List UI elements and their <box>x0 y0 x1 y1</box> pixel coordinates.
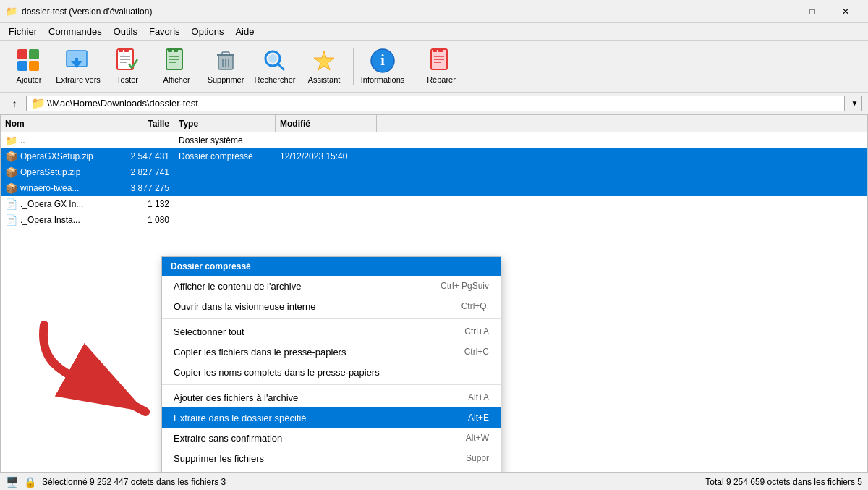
rechercher-label: Rechercher <box>255 75 296 85</box>
toolbar-rechercher[interactable]: Rechercher <box>252 43 298 90</box>
menu-commandes[interactable]: Commandes <box>43 24 108 40</box>
ctx-copier-noms[interactable]: Copier les noms complets dans le presse-… <box>162 362 501 382</box>
table-row[interactable]: 📦 OperaGXSetup.zip 2 547 431 Dossier com… <box>1 148 867 164</box>
address-path: \\Mac\Home\Downloads\dossier-test <box>47 98 198 109</box>
toolbar-assistant[interactable]: Assistant <box>301 43 347 90</box>
minimize-button[interactable]: — <box>762 0 796 23</box>
cell-modified <box>276 164 377 180</box>
assistant-icon <box>311 48 337 74</box>
svg-rect-15 <box>174 49 178 52</box>
svg-rect-3 <box>29 61 39 71</box>
maximize-button[interactable]: □ <box>796 0 829 23</box>
svg-line-27 <box>278 64 284 69</box>
table-row[interactable]: 📁 .. Dossier système <box>1 132 867 148</box>
address-input[interactable]: 📁 \\Mac\Home\Downloads\dossier-test <box>26 96 845 111</box>
cell-name: 📄 ._Opera GX In... <box>1 196 116 212</box>
afficher-label: Afficher <box>163 75 190 85</box>
menu-fichier[interactable]: Fichier <box>3 24 43 40</box>
table-row[interactable]: 📄 ._Opera GX In... 1 132 <box>1 196 867 212</box>
svg-rect-33 <box>438 49 443 52</box>
ctx-afficher-contenu[interactable]: Afficher le contenu de l'archive Ctrl+ P… <box>162 276 501 296</box>
toolbar-separator2 <box>412 48 412 85</box>
ctx-ouvrir-visionneuse[interactable]: Ouvrir dans la visionneuse interne Ctrl+… <box>162 296 501 316</box>
toolbar: Ajouter Extraire vers Tester <box>0 41 868 93</box>
menu-aide[interactable]: Aide <box>229 24 260 40</box>
ctx-extraire-dossier[interactable]: Extraire dans le dossier spécifié Alt+E <box>162 407 501 428</box>
supprimer-icon <box>213 48 239 74</box>
svg-rect-2 <box>17 61 27 71</box>
ctx-supprimer-fichiers[interactable]: Supprimer les fichiers Suppr <box>162 448 501 468</box>
ctx-copier-fichiers[interactable]: Copier les fichiers dans le presse-papie… <box>162 342 501 362</box>
col-header-type[interactable]: Type <box>174 115 276 132</box>
filelist-header: Nom Taille Type Modifié <box>1 115 867 132</box>
toolbar-extraire[interactable]: Extraire vers <box>55 43 101 90</box>
cell-modified <box>276 196 377 212</box>
table-row[interactable]: 📦 winaero-twea... 3 877 275 <box>1 180 867 196</box>
svg-rect-8 <box>119 49 123 52</box>
extraire-label: Extraire vers <box>56 75 101 85</box>
cell-type <box>174 212 276 228</box>
col-header-taille[interactable]: Taille <box>116 115 174 132</box>
toolbar-supprimer[interactable]: Supprimer <box>203 43 249 90</box>
toolbar-tester[interactable]: Tester <box>104 43 150 90</box>
zip-icon: 📦 <box>5 182 17 194</box>
file-icon: 📄 <box>5 198 17 210</box>
cell-type: Dossier compressé <box>174 148 276 164</box>
menu-outils[interactable]: Outils <box>108 24 143 40</box>
toolbar-ajouter[interactable]: Ajouter <box>6 43 52 90</box>
informations-icon: i <box>370 48 396 74</box>
zip-icon: 📦 <box>5 166 17 178</box>
titlebar-controls: — □ ✕ <box>762 0 862 23</box>
menu-favoris[interactable]: Favoris <box>143 24 186 40</box>
svg-rect-14 <box>168 49 172 52</box>
close-button[interactable]: ✕ <box>829 0 862 23</box>
cell-size: 1 080 <box>116 212 174 228</box>
svg-rect-9 <box>124 49 129 52</box>
ctx-extraire-sans[interactable]: Extraire sans confirmation Alt+W <box>162 428 501 448</box>
cell-size: 2 827 741 <box>116 164 174 180</box>
svg-rect-0 <box>17 49 27 59</box>
cell-size: 2 547 431 <box>116 148 174 164</box>
cell-size: 3 877 275 <box>116 180 174 196</box>
col-header-nom[interactable]: Nom <box>1 115 116 132</box>
address-dropdown[interactable]: ▼ <box>848 96 862 111</box>
cell-size: 1 132 <box>116 196 174 212</box>
cell-size <box>116 132 174 148</box>
menubar: Fichier Commandes Outils Favoris Options… <box>0 23 868 41</box>
statusbar-right-text: Total 9 254 659 octets dans les fichiers… <box>455 477 862 487</box>
ctx-ajouter-fichiers[interactable]: Ajouter des fichiers à l'archive Alt+A <box>162 387 501 407</box>
tester-icon <box>114 48 140 74</box>
reparer-label: Réparer <box>427 75 456 85</box>
toolbar-informations[interactable]: i Informations <box>359 43 406 90</box>
cell-type <box>174 180 276 196</box>
assistant-label: Assistant <box>308 75 341 85</box>
svg-rect-21 <box>222 52 229 56</box>
lock-icon: 🔒 <box>24 476 36 488</box>
svg-marker-28 <box>314 51 334 70</box>
menu-options[interactable]: Options <box>186 24 230 40</box>
app-icon: 📁 <box>6 6 17 17</box>
table-row[interactable]: 📦 OperaSetup.zip 2 827 741 <box>1 164 867 180</box>
toolbar-afficher[interactable]: Afficher <box>153 43 200 90</box>
table-row[interactable]: 📄 ._Opera Insta... 1 080 <box>1 212 867 228</box>
supprimer-label: Supprimer <box>208 75 244 85</box>
extraire-icon <box>65 48 91 74</box>
svg-rect-1 <box>29 49 39 59</box>
col-header-modifie[interactable]: Modifié <box>276 115 377 132</box>
zip-icon: 📦 <box>5 151 17 162</box>
ctx-visualiser-fichier[interactable]: Visualiser le fichier Alt+V <box>162 468 501 473</box>
file-icon: 📄 <box>5 214 17 226</box>
toolbar-reparer[interactable]: Réparer <box>418 43 464 90</box>
cell-name: 📁 .. <box>1 132 116 148</box>
svg-rect-32 <box>433 49 437 52</box>
cell-modified <box>276 212 377 228</box>
ctx-selectionner-tout[interactable]: Sélectionner tout Ctrl+A <box>162 321 501 342</box>
folder-icon: 📁 <box>5 135 17 146</box>
context-menu: Dossier compressé Afficher le contenu de… <box>161 256 501 473</box>
statusbar-left-text: Sélectionné 9 252 447 octets dans les fi… <box>42 477 449 487</box>
ajouter-icon <box>16 48 42 74</box>
ctx-sep-1 <box>162 318 501 319</box>
up-button[interactable]: ↑ <box>6 95 23 112</box>
context-menu-header: Dossier compressé <box>162 257 501 276</box>
ctx-sep-2 <box>162 384 501 385</box>
